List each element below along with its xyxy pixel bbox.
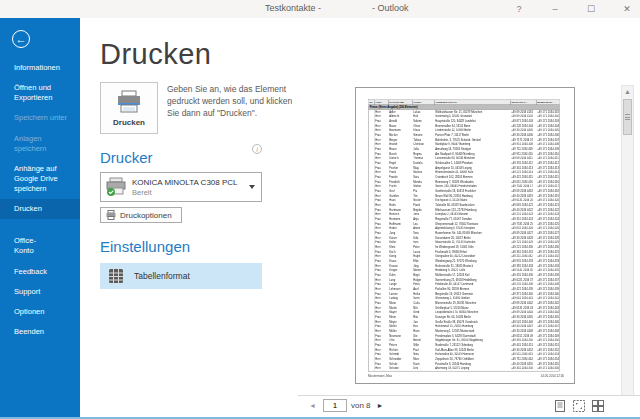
table-format-icon xyxy=(108,268,124,284)
print-preview-area: SPANR...NACHNAMEVORN...ADRESSE PRIVATTEL… xyxy=(298,18,640,417)
footer-date: 14.05.2014 12:26 xyxy=(541,374,564,377)
preview-page-footer: Mustermann, Max 14.05.2014 12:26 xyxy=(368,374,564,377)
minimize-icon[interactable]: – xyxy=(548,4,562,14)
table-style-label: Tabellenformat xyxy=(134,271,190,281)
print-options-button[interactable]: Druckoptionen xyxy=(100,207,182,223)
window-title-left: Testkontakte - xyxy=(265,3,321,13)
printer-status: Bereit xyxy=(132,188,238,197)
table-row: HerrSchulzeDirkAhornweg 33, 04275 Leipzi… xyxy=(368,366,559,371)
print-options-icon xyxy=(106,210,116,220)
window-controls: ? – ☐ ✕ xyxy=(512,0,634,18)
preview-bottom-bar: ◄ von 8 ► xyxy=(298,395,640,415)
info-icon[interactable]: i xyxy=(252,144,262,154)
page-count-label: von 8 xyxy=(351,401,371,410)
preview-page-content: SPANR...NACHNAMEVORN...ADRESSE PRIVATTEL… xyxy=(356,88,575,384)
titlebar: Testkontakte - - Outlook ? – ☐ ✕ xyxy=(0,0,640,18)
backstage-sidebar: ← InformationenÖffnen und ExportierenSpe… xyxy=(0,18,80,417)
table-cell: Dirk xyxy=(412,366,434,371)
table-header-cell: TELEFON G... xyxy=(510,100,536,105)
table-header-cell: MOBILTELE... xyxy=(536,100,559,105)
print-button-label: Drucken xyxy=(113,118,145,127)
outlook-window: Testkontakte - - Outlook ? – ☐ ✕ ← Infor… xyxy=(0,0,640,419)
sidebar-item-drucken[interactable]: Drucken xyxy=(0,199,80,219)
footer-user: Mustermann, Max xyxy=(368,374,392,377)
table-cell: Ahornweg 33, 04275 Leipzig xyxy=(434,366,510,371)
page-title: Drucken xyxy=(100,38,298,71)
print-options-label: Druckoptionen xyxy=(120,211,172,220)
one-page-icon[interactable] xyxy=(573,400,585,412)
backstage-view: ← InformationenÖffnen und ExportierenSpe… xyxy=(0,18,640,417)
table-style-option[interactable]: Tabellenformat xyxy=(100,263,262,289)
print-description: Geben Sie an, wie das Element gedruckt w… xyxy=(167,84,295,134)
sidebar-item-beenden[interactable]: Beenden xyxy=(0,322,80,342)
table-cell: +49 341 2034 456 xyxy=(510,366,536,371)
printer-section-heading: Drucker xyxy=(100,149,298,166)
preview-scrollbar[interactable]: ▲ ▼ xyxy=(621,85,634,415)
table-cell: +49 171 2034 456 xyxy=(536,366,559,371)
maximize-icon[interactable]: ☐ xyxy=(584,4,598,14)
table-cell: Herr xyxy=(374,366,388,371)
table-header-cell: ADRESSE PRIVAT xyxy=(434,100,510,105)
sidebar-item-support[interactable]: Support xyxy=(0,282,80,302)
zoom-controls xyxy=(554,400,604,412)
sidebar-item-office[interactable]: Office- Konto xyxy=(0,231,80,261)
multiple-pages-icon[interactable] xyxy=(592,400,604,412)
back-arrow-icon[interactable]: ← xyxy=(12,30,30,48)
close-icon[interactable]: ✕ xyxy=(620,4,634,14)
preview-page: SPANR...NACHNAMEVORN...ADRESSE PRIVATTEL… xyxy=(355,87,575,384)
scroll-up-icon[interactable]: ▲ xyxy=(622,86,633,98)
scrollbar-thumb[interactable] xyxy=(623,99,632,135)
table-cell: Schulze xyxy=(388,366,412,371)
print-settings-panel: Drucken Drucken Geben Sie an, wie das El… xyxy=(80,18,298,417)
next-page-icon[interactable]: ► xyxy=(374,402,387,409)
printer-icon xyxy=(116,90,142,114)
print-action-row: Drucken Geben Sie an, wie das Element ge… xyxy=(100,82,298,134)
sidebar-item-öffnen[interactable]: Öffnen und Exportieren xyxy=(0,78,80,108)
page-number-input[interactable] xyxy=(323,399,347,412)
previous-page-icon[interactable]: ◄ xyxy=(306,402,319,409)
chevron-down-icon[interactable] xyxy=(249,185,255,189)
preview-table: SPANR...NACHNAMEVORN...ADRESSE PRIVATTEL… xyxy=(368,99,560,371)
sidebar-item-anhänge[interactable]: Anhänge auf Google Drive speichern xyxy=(0,159,80,199)
settings-section-heading: Einstellungen xyxy=(100,238,298,255)
sidebar-nav-list: InformationenÖffnen und ExportierenSpeic… xyxy=(0,58,80,342)
help-icon[interactable]: ? xyxy=(512,4,526,14)
printer-info: KONICA MINOLTA C308 PCL Bereit xyxy=(132,178,238,197)
sidebar-item-anlagen: Anlagen speichern xyxy=(0,129,80,159)
printer-selector[interactable]: KONICA MINOLTA C308 PCL Bereit xyxy=(100,172,262,202)
sidebar-item-informationen[interactable]: Informationen xyxy=(0,58,80,78)
print-button[interactable]: Drucken xyxy=(100,82,158,134)
printer-name: KONICA MINOLTA C308 PCL xyxy=(132,178,238,187)
actual-size-icon[interactable] xyxy=(554,400,566,412)
sidebar-item-speichern: Speichern unter xyxy=(0,108,80,128)
window-title-right: - Outlook xyxy=(372,3,409,13)
printer-device-icon xyxy=(105,177,127,197)
sidebar-item-optionen[interactable]: Optionen xyxy=(0,302,80,322)
sidebar-item-feedback[interactable]: Feedback xyxy=(0,262,80,282)
